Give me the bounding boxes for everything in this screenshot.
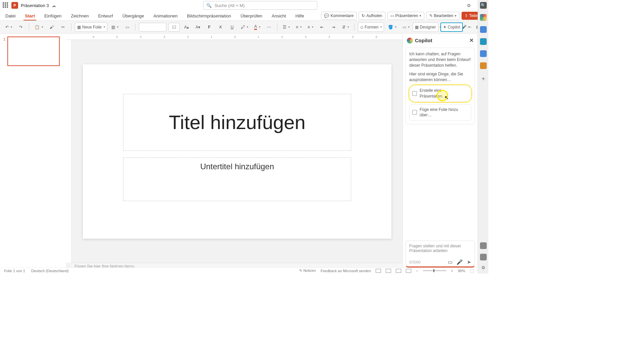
comments-button[interactable]: 💬Kommentare — [321, 12, 357, 20]
copilot-input-placeholder: Fragen stellen und mit dieser Präsentati… — [409, 244, 471, 253]
search-placeholder: Suche (Alt + M) — [214, 3, 245, 8]
zoom-out-button[interactable]: − — [416, 269, 418, 273]
zoom-level[interactable]: 98% — [458, 269, 465, 273]
increase-font-button[interactable]: A▴ — [182, 22, 191, 32]
highlight-button[interactable]: 🖍▾ — [239, 22, 250, 32]
shape-outline-button[interactable]: ▭▾ — [400, 22, 412, 32]
tab-zeichnen[interactable]: Zeichnen — [69, 13, 90, 20]
feedback-link[interactable]: Feedback an Microsoft senden — [321, 269, 371, 273]
format-painter-button[interactable]: 🖌 — [47, 22, 56, 32]
tab-animationen[interactable]: Animationen — [152, 13, 179, 20]
copilot-intro-card: Ich kann chatten, auf Fragen antworten u… — [406, 48, 475, 124]
more-font-button[interactable]: ⋯ — [264, 22, 274, 32]
rail-app-icon[interactable] — [480, 62, 487, 69]
saved-cloud-icon[interactable]: ☁ — [52, 3, 56, 8]
rail-settings-icon[interactable]: ⚙ — [481, 265, 485, 270]
rail-copilot-icon[interactable] — [480, 14, 487, 21]
search-box[interactable]: 🔍 Suche (Alt + M) — [203, 1, 317, 10]
shapes-icon: ◇ — [360, 25, 363, 29]
paste-button[interactable]: 📋▾ — [33, 22, 45, 32]
slideshow-view-icon[interactable] — [406, 269, 411, 273]
copilot-suggestion-add-slide[interactable]: Füge eine Folie hinzu über… — [409, 104, 471, 121]
more-commands-button[interactable]: ⋯ — [465, 22, 474, 32]
subtitle-placeholder[interactable]: Untertitel hinzufügen — [123, 158, 351, 201]
font-family-select[interactable] — [139, 23, 166, 32]
slide-1-thumbnail[interactable] — [7, 37, 60, 66]
slide-number: 1 — [3, 37, 5, 66]
tab-uebergaenge[interactable]: Übergänge — [121, 13, 145, 20]
tab-datei[interactable]: Datei — [4, 13, 17, 20]
shape-fill-button[interactable]: 🪣▾ — [386, 22, 398, 32]
notes-toggle[interactable]: ✎ Notizen — [299, 268, 316, 273]
rail-app-icon[interactable] — [480, 38, 487, 45]
attach-icon[interactable]: ▭ — [448, 259, 452, 265]
decrease-font-button[interactable]: A▾ — [193, 22, 203, 32]
normal-view-icon[interactable] — [376, 269, 381, 273]
sorter-view-icon[interactable] — [386, 269, 391, 273]
slide-thumbnail[interactable]: 1 — [3, 37, 62, 66]
italic-button[interactable]: K — [216, 22, 225, 32]
slide-thumbnail-pane[interactable]: 1 — [0, 34, 66, 269]
rail-add-button[interactable]: ＋ — [480, 74, 486, 82]
rail-outlook-icon[interactable] — [480, 50, 487, 57]
undo-button[interactable]: ↶▾ — [3, 22, 14, 32]
zoom-slider[interactable] — [423, 270, 446, 271]
slide-canvas[interactable]: Titel hinzufügen Untertitel hinzufügen — [83, 64, 391, 239]
edit-button[interactable]: ✎Bearbeiten▾ — [426, 12, 460, 20]
present-icon: ▭ — [390, 13, 394, 18]
tab-ansicht[interactable]: Ansicht — [270, 13, 287, 20]
catchup-button[interactable]: ↻Aufholen — [359, 12, 385, 20]
font-size-input[interactable]: 12 — [168, 23, 180, 32]
send-icon[interactable]: ➤ — [467, 259, 471, 265]
settings-icon[interactable]: ⚙ — [465, 1, 473, 9]
bullets-button[interactable]: ☰▾ — [281, 22, 292, 32]
present-button[interactable]: ▭Präsentieren▾ — [387, 12, 424, 20]
shapes-button[interactable]: ◇Formen▾ — [358, 22, 384, 32]
app-launcher-icon[interactable] — [3, 2, 9, 8]
tab-entwurf[interactable]: Entwurf — [97, 13, 114, 20]
designer-button[interactable]: ▦Designer — [413, 22, 438, 32]
copilot-title: Copilot — [415, 38, 432, 43]
line-spacing-button[interactable]: ⇵▾ — [340, 22, 351, 32]
numbering-button[interactable]: ≡▾ — [294, 22, 304, 32]
tab-bildschirmpraesentation[interactable]: Bildschirmpräsentation — [185, 13, 232, 20]
indent-decrease-button[interactable]: ⇤ — [317, 22, 327, 32]
rail-app-icon[interactable] — [480, 254, 487, 260]
status-bar: Folie 1 von 1 Deutsch (Deutschland) ✎ No… — [0, 267, 478, 274]
section-button[interactable]: ▭ — [122, 22, 132, 32]
rail-app-icon[interactable] — [480, 242, 487, 249]
mic-icon[interactable]: 🎤 — [457, 259, 463, 265]
bold-button[interactable]: F — [205, 22, 214, 32]
cut-button[interactable]: ✂ — [58, 22, 68, 32]
tab-einfuegen[interactable]: Einfügen — [43, 13, 63, 20]
close-copilot-button[interactable]: ✕ — [469, 37, 474, 44]
slide-count: Folie 1 von 1 — [4, 269, 25, 273]
redo-button[interactable]: ↷ — [16, 22, 25, 32]
rail-app-icon[interactable] — [480, 26, 487, 33]
copilot-button[interactable]: ✦Copilot — [440, 22, 463, 32]
indent-increase-button[interactable]: ⇥ — [329, 22, 338, 32]
pencil-icon: ✎ — [429, 13, 433, 18]
copilot-logo-icon — [407, 38, 413, 44]
underline-button[interactable]: U — [227, 22, 237, 32]
title-placeholder[interactable]: Titel hinzufügen — [123, 94, 351, 151]
tab-hilfe[interactable]: Hilfe — [294, 13, 306, 20]
layout-button[interactable]: ▥▾ — [109, 22, 120, 32]
align-button[interactable]: ≡▾ — [306, 22, 315, 32]
presentation-icon — [412, 91, 417, 96]
copilot-input[interactable]: Fragen stellen und mit dieser Präsentati… — [406, 241, 475, 267]
language-indicator[interactable]: Deutsch (Deutschland) — [31, 269, 69, 273]
tab-ueberpruefen[interactable]: Überprüfen — [239, 13, 264, 20]
document-title[interactable]: Präsentation 3 — [21, 3, 49, 8]
comment-icon: 💬 — [324, 13, 329, 18]
copilot-suggestion-create-presentation[interactable]: Erstelle eine Präsentation… — [409, 85, 471, 102]
tab-start[interactable]: Start — [23, 13, 36, 20]
search-icon: 🔍 — [206, 3, 212, 8]
font-color-button[interactable]: A▾ — [252, 22, 262, 32]
catchup-icon: ↻ — [362, 13, 365, 18]
new-slide-button[interactable]: ▦Neue Folie▾ — [75, 22, 107, 32]
fit-to-window-button[interactable]: ⛶ — [470, 269, 474, 273]
rail-search-icon[interactable]: 🔍 — [480, 2, 487, 9]
reading-view-icon[interactable] — [396, 269, 401, 273]
zoom-in-button[interactable]: + — [451, 269, 453, 273]
